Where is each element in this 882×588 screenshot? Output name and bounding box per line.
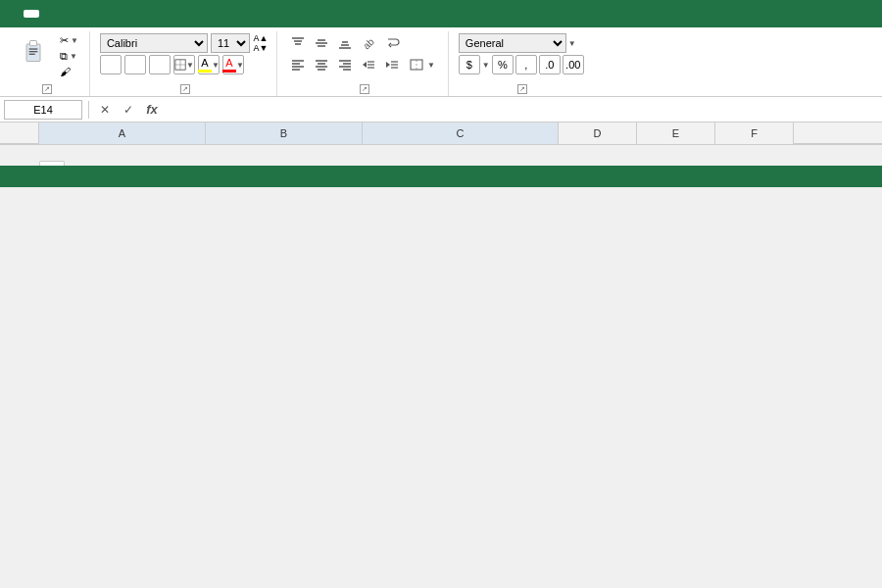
menu-formulas[interactable]	[71, 10, 86, 18]
align-top-button[interactable]	[287, 33, 309, 53]
menu-view[interactable]	[118, 10, 133, 18]
alignment-content: ab	[287, 33, 440, 82]
copy-dropdown: ▼	[70, 52, 77, 61]
svg-text:ab: ab	[361, 36, 376, 51]
font-row1: Calibri 11 A▲ A▼	[100, 33, 269, 53]
font-controls: Calibri 11 A▲ A▼	[100, 33, 269, 74]
sheet-tabs	[0, 144, 882, 166]
copy-button[interactable]: ⧉ ▼	[57, 49, 81, 64]
decrease-indent-button[interactable]	[358, 55, 379, 74]
clipboard-content: ✂ ▼ ⧉ ▼ 🖌	[12, 33, 81, 82]
ribbon-groups: ✂ ▼ ⧉ ▼ 🖌 ↗	[4, 31, 878, 96]
clipboard-expand-icon[interactable]: ↗	[42, 84, 52, 94]
align-controls: ab	[287, 33, 440, 74]
col-header-a[interactable]: A	[39, 122, 206, 144]
col-header-f[interactable]: F	[715, 122, 794, 144]
svg-marker-31	[363, 62, 367, 68]
merge-center-button[interactable]: ▼	[405, 56, 440, 74]
align-middle-button[interactable]	[311, 33, 332, 53]
svg-rect-0	[26, 44, 40, 62]
align-bottom-button[interactable]	[334, 33, 356, 53]
cut-icon: ✂	[60, 34, 69, 47]
currency-button[interactable]: $	[459, 55, 480, 74]
menu-developer[interactable]	[149, 10, 165, 18]
formula-confirm-button[interactable]: ✓	[119, 100, 138, 120]
svg-marker-35	[386, 62, 390, 68]
font-color-button[interactable]: A ▼	[222, 55, 244, 74]
font-size-select[interactable]: 11	[211, 33, 250, 53]
cut-button[interactable]: ✂ ▼	[57, 33, 81, 48]
clipboard-label: ↗	[12, 84, 81, 94]
col-header-b[interactable]: B	[206, 122, 363, 144]
ribbon-group-alignment: ab	[279, 31, 449, 96]
format-painter-icon: 🖌	[60, 66, 71, 77]
svg-rect-4	[29, 51, 38, 52]
decrease-decimal-button[interactable]: .00	[563, 55, 584, 74]
menu-review[interactable]	[102, 10, 118, 18]
comma-button[interactable]: ,	[515, 55, 537, 74]
paste-column	[12, 33, 55, 69]
menu-file[interactable]	[8, 10, 24, 18]
number-symbols-row: $ ▼ % , .0 .00	[459, 55, 584, 74]
font-name-select[interactable]: Calibri	[100, 33, 208, 53]
align-left-button[interactable]	[287, 55, 309, 74]
wrap-text-button[interactable]	[381, 34, 408, 52]
percent-button[interactable]: %	[492, 55, 514, 74]
col-header-d[interactable]: D	[559, 122, 637, 144]
italic-button[interactable]	[124, 55, 146, 74]
orientation-button[interactable]: ab	[358, 33, 379, 53]
align-row2: ▼	[287, 55, 440, 74]
ribbon-group-clipboard: ✂ ▼ ⧉ ▼ 🖌 ↗	[4, 31, 90, 96]
underline-button[interactable]	[149, 55, 171, 74]
number-expand-icon[interactable]: ↗	[517, 84, 527, 94]
bold-button[interactable]	[100, 55, 122, 74]
alignment-label: ↗	[287, 84, 440, 94]
menu-data[interactable]	[86, 10, 102, 18]
column-header-row: A B C D E F	[0, 122, 882, 144]
number-format-row: General ▼	[459, 33, 584, 53]
col-header-c[interactable]: C	[363, 122, 559, 144]
font-size-increase-button[interactable]: A▲	[253, 33, 269, 43]
align-right-button[interactable]	[334, 55, 356, 74]
font-content: Calibri 11 A▲ A▼	[100, 33, 269, 82]
svg-rect-5	[29, 54, 35, 55]
menu-page-layout[interactable]	[55, 10, 71, 18]
sheet-area: A B C D E F	[0, 122, 882, 144]
increase-indent-button[interactable]	[381, 55, 403, 74]
cell-reference-input[interactable]	[4, 100, 82, 120]
font-row2: ▼ A ▼ A	[100, 55, 269, 74]
svg-rect-2	[30, 41, 37, 46]
alignment-expand-icon[interactable]: ↗	[360, 84, 369, 94]
format-painter-button[interactable]: 🖌	[57, 65, 81, 78]
borders-button[interactable]: ▼	[173, 55, 195, 74]
cut-dropdown: ▼	[71, 36, 78, 45]
ribbon: ✂ ▼ ⧉ ▼ 🖌 ↗	[0, 27, 882, 97]
formula-divider	[88, 101, 89, 119]
font-label: ↗	[100, 84, 269, 94]
menu-automate[interactable]	[133, 10, 149, 18]
font-size-arrows: A▲ A▼	[253, 33, 269, 53]
increase-decimal-button[interactable]: .0	[539, 55, 561, 74]
number-label: ↗	[459, 84, 584, 94]
sheet-tab-sheet1[interactable]	[39, 161, 65, 166]
menu-insert[interactable]	[39, 10, 55, 18]
font-size-decrease-button[interactable]: A▼	[253, 43, 269, 53]
clipboard-small-buttons: ✂ ▼ ⧉ ▼ 🖌	[57, 33, 81, 78]
spreadsheet-container: A B C D E F	[0, 122, 882, 144]
formula-icons: ✕ ✓ fx	[95, 100, 162, 120]
paste-button[interactable]	[12, 33, 55, 69]
font-expand-icon[interactable]: ↗	[180, 84, 190, 94]
ribbon-group-number: General ▼ $ ▼ % , .0 .00 ↗	[451, 31, 592, 96]
menu-home[interactable]	[24, 10, 39, 18]
formula-cancel-button[interactable]: ✕	[95, 100, 115, 120]
fill-color-button[interactable]: A ▼	[198, 55, 220, 74]
formula-input[interactable]	[166, 100, 878, 120]
status-bar	[0, 166, 882, 187]
number-format-select[interactable]: General	[459, 33, 566, 53]
align-center-button[interactable]	[311, 55, 332, 74]
col-header-e[interactable]: E	[637, 122, 715, 144]
formula-bar: ✕ ✓ fx	[0, 97, 882, 122]
number-content: General ▼ $ ▼ % , .0 .00	[459, 33, 584, 82]
ribbon-group-font: Calibri 11 A▲ A▼	[92, 31, 277, 96]
formula-function-button[interactable]: fx	[142, 100, 162, 120]
